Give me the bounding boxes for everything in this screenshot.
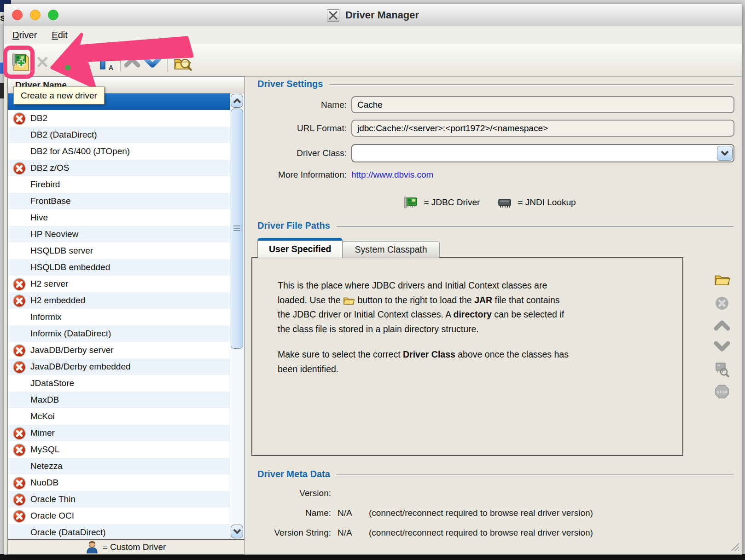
list-item[interactable]: NuoDB	[8, 474, 230, 491]
sort-ascending-button[interactable]: Z A	[96, 51, 116, 73]
meta-data-row: Name: N/A (connect/reconnect required to…	[246, 508, 728, 518]
list-item[interactable]: JavaDB/Derby server	[8, 342, 230, 358]
move-up-button[interactable]	[123, 51, 141, 73]
chevron-down-icon	[714, 341, 730, 352]
driver-class-combobox[interactable]	[351, 144, 734, 162]
dbvis-link[interactable]: http://www.dbvis.com	[351, 170, 433, 180]
list-item[interactable]: Firebird	[8, 176, 230, 193]
section-rule	[329, 84, 733, 85]
driver-class-label: Driver Class:	[257, 148, 351, 158]
list-item[interactable]: H2 server	[8, 276, 230, 292]
name-field[interactable]: Cache	[351, 96, 734, 113]
driver-name: Oracle Thin	[30, 494, 76, 504]
remove-path-button[interactable]	[713, 296, 731, 311]
svg-text:STOP: STOP	[717, 390, 728, 394]
list-item[interactable]: DB2	[8, 110, 230, 127]
tab-system-classpath[interactable]: System Classpath	[342, 241, 439, 258]
driver-list-panel: Driver Name Cache DB2 D	[7, 76, 244, 539]
title-bar: Driver Manager	[4, 4, 742, 27]
list-item[interactable]: DB2 for AS/400 (JTOpen)	[8, 143, 230, 160]
close-window-button[interactable]	[12, 10, 23, 20]
combobox-dropdown-button[interactable]	[717, 146, 733, 161]
zoom-window-button[interactable]	[48, 10, 58, 20]
list-item[interactable]: HP Neoview	[8, 226, 230, 242]
scroll-down-button[interactable]	[231, 525, 243, 538]
error-badge-icon	[12, 294, 26, 307]
svg-text:Z: Z	[109, 53, 113, 60]
driver-name: FrontBase	[30, 196, 71, 206]
driver-finder-button[interactable]	[171, 51, 195, 73]
move-path-down-button[interactable]	[713, 341, 731, 352]
list-item[interactable]: Oracle (DataDirect)	[8, 524, 230, 539]
list-item[interactable]: Informix	[8, 309, 230, 325]
jndi-lookup-icon	[497, 196, 512, 209]
driver-name: Firebird	[30, 179, 60, 190]
list-item[interactable]: DB2 (DataDirect)	[8, 127, 230, 143]
error-badge-icon	[12, 277, 26, 291]
section-title: Driver Settings	[257, 79, 323, 89]
url-format-row: URL Format: jdbc:Cache://<server>:<port1…	[257, 120, 734, 137]
open-folder-button[interactable]	[713, 271, 731, 287]
custom-driver-legend-text: = Custom Driver	[103, 542, 166, 552]
window-title-group: Driver Manager	[327, 9, 419, 22]
driver-name: HSQLDB server	[30, 246, 93, 256]
meta-note: (connect/reconnect required to browse re…	[361, 528, 593, 538]
hidden-toolbar-icon-fragment	[65, 65, 70, 70]
move-path-up-button[interactable]	[713, 320, 731, 331]
list-item[interactable]: JavaDB/Derby embedded	[8, 358, 230, 375]
list-item[interactable]: Oracle OCI	[8, 508, 230, 524]
list-item[interactable]: HSQLDB server	[8, 242, 230, 259]
list-item[interactable]: Netezza	[8, 458, 230, 474]
list-item[interactable]: Informix (DataDirect)	[8, 325, 230, 342]
list-item[interactable]: FrontBase	[8, 193, 230, 209]
menu-driver[interactable]: Driver	[12, 30, 37, 40]
minimize-window-button[interactable]	[30, 10, 41, 20]
driver-class-row: Driver Class:	[257, 144, 734, 162]
name-label: Name:	[257, 100, 351, 110]
menu-edit[interactable]: Edit	[52, 30, 67, 40]
url-format-field[interactable]: jdbc:Cache://<server>:<port1972>/<namesp…	[351, 120, 734, 137]
move-down-button[interactable]	[142, 51, 163, 73]
list-item[interactable]: Mimer	[8, 425, 230, 441]
driver-name: HSQLDB embedded	[30, 262, 110, 272]
scroll-up-button[interactable]	[231, 94, 243, 108]
list-item[interactable]: JDataStore	[8, 375, 230, 392]
list-item[interactable]: MaxDB	[8, 392, 230, 408]
meta-label: Version:	[246, 488, 331, 498]
driver-name: DB2 z/OS	[30, 163, 69, 173]
driver-name: Hive	[30, 213, 48, 223]
sort-descending-icon: A Z	[75, 52, 93, 72]
list-item[interactable]: HSQLDB embedded	[8, 259, 230, 276]
list-item[interactable]: Oracle Thin	[8, 491, 230, 508]
driver-name: JavaDB/Derby embedded	[30, 362, 131, 372]
find-driver-class-button[interactable]	[713, 361, 731, 378]
driver-name: Oracle OCI	[30, 511, 74, 521]
chevron-up-icon	[124, 56, 140, 68]
tab-user-specified[interactable]: User Specified	[257, 238, 343, 258]
list-item[interactable]: McKoi	[8, 408, 230, 425]
sort-descending-button[interactable]: A Z	[74, 51, 94, 73]
list-scrollbar[interactable]	[230, 93, 244, 539]
url-format-label: URL Format:	[257, 123, 351, 133]
scrollbar-thumb[interactable]	[231, 109, 243, 349]
create-driver-button[interactable]	[9, 51, 31, 73]
driver-name: Informix	[30, 312, 62, 322]
error-badge-icon	[12, 476, 26, 490]
list-item[interactable]: Hive	[8, 209, 230, 226]
driver-name: McKoi	[30, 411, 55, 421]
meta-data-row: Version:	[246, 488, 728, 498]
driver-name: JDataStore	[30, 378, 74, 388]
error-badge-icon	[12, 162, 26, 175]
driver-name: NuoDB	[30, 478, 58, 488]
driver-name: DB2	[30, 113, 47, 123]
stop-button[interactable]: STOP	[713, 384, 731, 399]
list-item[interactable]: MySQL	[8, 441, 230, 458]
list-item[interactable]: DB2 z/OS	[8, 160, 230, 176]
list-item[interactable]: H2 embedded	[8, 292, 230, 309]
sort-ascending-icon: Z A	[97, 52, 116, 72]
user-specified-panel: This is the place where JDBC drivers and…	[251, 257, 683, 456]
jdbc-driver-icon	[403, 196, 418, 209]
resize-grip[interactable]	[730, 542, 740, 552]
name-row: Name: Cache	[257, 96, 734, 113]
chevron-down-icon	[721, 150, 729, 156]
